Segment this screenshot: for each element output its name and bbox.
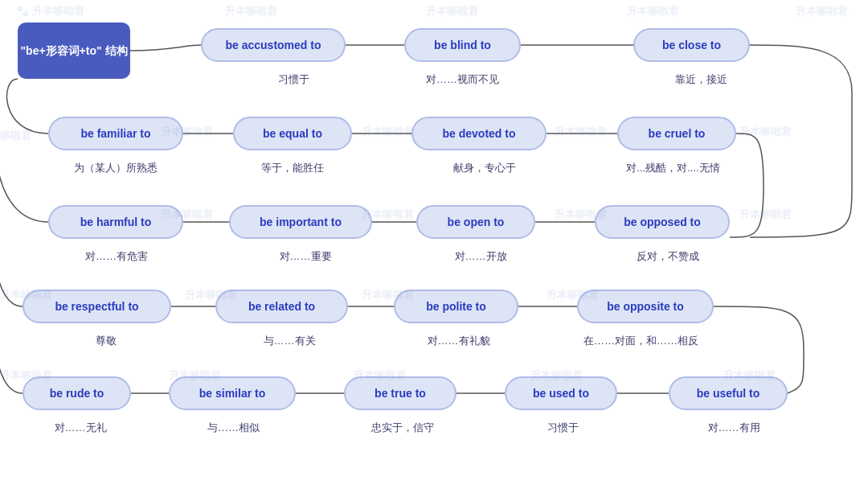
watermark: 升本哆啦君	[739, 125, 792, 139]
node-polite: be polite to	[394, 290, 518, 323]
label-close: 靠近，接近	[643, 72, 760, 87]
label-related: 与……有关	[237, 334, 342, 348]
label-important: 对……重要	[249, 249, 362, 264]
label-true: 忠实于，信守	[344, 421, 461, 435]
node-important: be important to	[229, 205, 372, 239]
diagram: 🐾 升本哆啦君 升本哆啦君 升本哆啦君 升本哆啦君 升本哆啦君 哆啦君 升本哆啦…	[0, 0, 868, 493]
watermark: 升本哆啦君	[555, 125, 607, 139]
watermark: 升本哆啦君	[225, 4, 277, 18]
label-opposed: 反对，不赞成	[601, 249, 734, 264]
label-opposite: 在……对面，和……相反	[559, 334, 723, 348]
label-polite: 对……有礼貌	[400, 334, 517, 348]
watermark: 🐾 升本哆啦君	[16, 4, 84, 18]
label-cruel: 对...残酷，对....无情	[599, 161, 747, 175]
label-familiar: 为（某人）所熟悉	[48, 161, 183, 175]
node-true: be true to	[344, 376, 457, 410]
node-blind: be blind to	[404, 28, 521, 62]
node-related: be related to	[215, 290, 348, 323]
label-open: 对……开放	[424, 249, 537, 264]
node-used: be used to	[505, 376, 617, 410]
node-opposed: be opposed to	[595, 205, 730, 239]
label-respectful: 尊敬	[66, 334, 146, 348]
node-respectful: be respectful to	[23, 290, 171, 323]
node-cruel: be cruel to	[617, 117, 736, 150]
label-blind: 对……视而不见	[404, 72, 521, 87]
watermark: 升本哆啦君	[362, 125, 414, 139]
label-accustomed: 习惯于	[237, 72, 350, 87]
title-node: "be+形容词+to" 结构	[18, 23, 130, 79]
label-useful: 对……有用	[682, 421, 786, 435]
node-harmful: be harmful to	[48, 205, 183, 239]
node-close: be close to	[633, 28, 750, 62]
node-familiar: be familiar to	[48, 117, 183, 150]
watermark: 升本哆啦君	[796, 4, 848, 18]
watermark: 升本哆啦君	[426, 4, 478, 18]
label-harmful: 对……有危害	[60, 249, 173, 264]
label-used: 习惯于	[518, 421, 607, 435]
node-opposite: be opposite to	[577, 290, 714, 323]
label-devoted: 献身，专心于	[418, 161, 551, 175]
node-equal: be equal to	[233, 117, 352, 150]
label-equal: 等于，能胜任	[233, 161, 352, 175]
node-open: be open to	[416, 205, 535, 239]
label-rude: 对……无礼	[28, 421, 133, 435]
node-accustomed: be accustomed to	[201, 28, 346, 62]
label-similar: 与……相似	[175, 421, 292, 435]
node-rude: be rude to	[23, 376, 131, 410]
watermark: 升本哆啦君	[739, 207, 792, 222]
node-useful: be useful to	[669, 376, 788, 410]
watermark: 哆啦君	[0, 129, 31, 143]
node-devoted: be devoted to	[411, 117, 547, 150]
watermark: 升本哆啦君	[627, 4, 679, 18]
node-similar: be similar to	[169, 376, 296, 410]
